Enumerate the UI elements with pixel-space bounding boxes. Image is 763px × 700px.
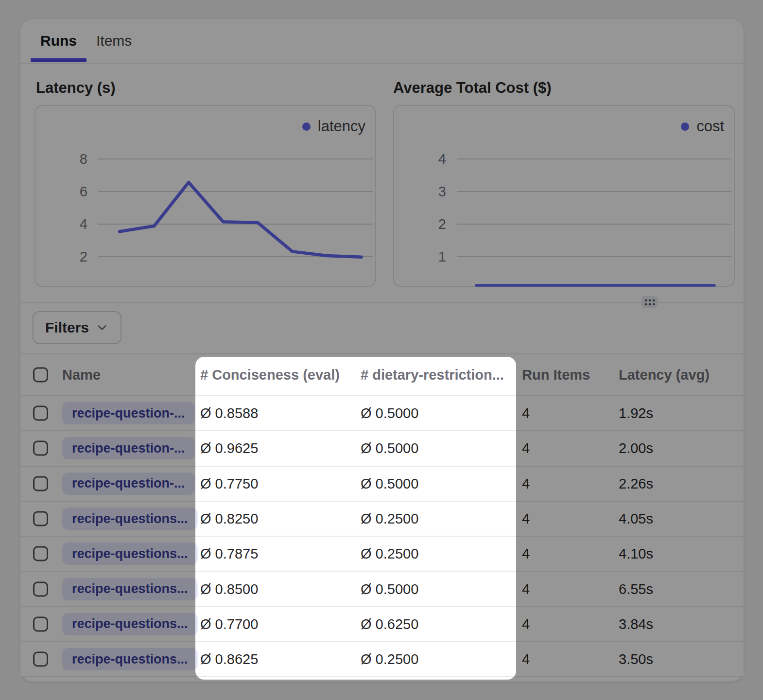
cost-legend-label: cost bbox=[696, 118, 724, 135]
run-name-badge[interactable]: recipe-questions... bbox=[62, 648, 198, 670]
dietary-value: Ø 0.5000 bbox=[361, 440, 418, 456]
latency-value: 4.10s bbox=[619, 546, 653, 562]
run-items-value: 4 bbox=[522, 440, 530, 456]
drag-handle[interactable] bbox=[642, 296, 658, 308]
column-header-run-items[interactable]: Run Items bbox=[522, 367, 590, 383]
run-name-badge[interactable]: recipe-question-... bbox=[62, 472, 195, 495]
table-row[interactable]: recipe-question-...Ø 0.9625Ø 0.500042.00… bbox=[20, 431, 744, 466]
row-checkbox[interactable] bbox=[33, 476, 48, 491]
row-checkbox[interactable] bbox=[33, 441, 48, 456]
cost-chart: 4321 cost bbox=[393, 105, 735, 287]
y-axis-tick-label: 4 bbox=[438, 151, 446, 167]
column-header-latency[interactable]: Latency (avg) bbox=[619, 367, 710, 383]
y-axis-tick-label: 1 bbox=[438, 249, 446, 264]
run-items-value: 4 bbox=[522, 511, 530, 527]
run-items-value: 4 bbox=[522, 616, 530, 632]
row-checkbox[interactable] bbox=[33, 511, 48, 526]
table-row[interactable]: recipe-question-...Ø 0.7750Ø 0.500042.26… bbox=[20, 467, 744, 502]
latency-chart: 8642 latency bbox=[35, 105, 376, 287]
run-items-value: 4 bbox=[522, 475, 530, 491]
page-background: Runs Items Latency (s) Average Total Cos… bbox=[0, 0, 763, 700]
conciseness-value: Ø 0.7875 bbox=[200, 546, 258, 562]
cost-chart-title: Average Total Cost ($) bbox=[393, 78, 552, 98]
select-all-checkbox[interactable] bbox=[33, 368, 48, 383]
filters-button[interactable]: Filters bbox=[33, 311, 121, 344]
dietary-value: Ø 0.2500 bbox=[361, 546, 418, 562]
conciseness-value: Ø 0.9625 bbox=[200, 440, 258, 456]
conciseness-value: Ø 0.8625 bbox=[200, 651, 258, 667]
tab-runs[interactable]: Runs bbox=[31, 19, 87, 63]
run-items-value: 4 bbox=[522, 405, 530, 421]
latency-value: 1.92s bbox=[619, 405, 653, 421]
y-axis-tick-label: 2 bbox=[438, 216, 446, 232]
conciseness-value: Ø 0.7700 bbox=[200, 616, 258, 632]
table-row[interactable]: recipe-questions...Ø 0.8250Ø 0.250044.05… bbox=[20, 502, 744, 537]
dietary-value: Ø 0.6250 bbox=[361, 616, 418, 632]
latency-legend-label: latency bbox=[318, 118, 365, 135]
y-axis-tick-label: 6 bbox=[80, 184, 87, 199]
y-axis-tick-label: 8 bbox=[80, 151, 87, 167]
row-checkbox[interactable] bbox=[33, 581, 48, 596]
run-items-value: 4 bbox=[522, 581, 530, 597]
table-row[interactable]: recipe-questions...Ø 0.8625Ø 0.250043.50… bbox=[20, 642, 744, 677]
y-axis-tick-label: 2 bbox=[80, 249, 87, 264]
dietary-value: Ø 0.5000 bbox=[361, 405, 418, 421]
tab-bar: Runs Items bbox=[31, 19, 141, 63]
dietary-value: Ø 0.5000 bbox=[361, 475, 418, 491]
latency-series-line bbox=[120, 182, 362, 257]
drag-handle-dots-icon bbox=[643, 298, 656, 307]
conciseness-value: Ø 0.8588 bbox=[200, 405, 258, 421]
latency-legend: latency bbox=[302, 118, 365, 135]
latency-value: 3.84s bbox=[619, 616, 653, 632]
latency-value: 4.05s bbox=[619, 511, 653, 527]
latency-legend-dot-icon bbox=[302, 122, 311, 131]
run-name-badge[interactable]: recipe-question-... bbox=[62, 437, 195, 459]
filters-button-label: Filters bbox=[45, 319, 89, 336]
dietary-value: Ø 0.2500 bbox=[361, 651, 418, 667]
conciseness-value: Ø 0.7750 bbox=[200, 475, 258, 491]
table-header-row: Name # Conciseness (eval) # dietary-rest… bbox=[20, 353, 744, 396]
latency-value: 2.26s bbox=[619, 475, 653, 491]
run-name-badge[interactable]: recipe-questions... bbox=[62, 542, 198, 565]
latency-value: 2.00s bbox=[619, 440, 653, 456]
dietary-value: Ø 0.5000 bbox=[361, 581, 418, 597]
y-axis-tick-label: 4 bbox=[80, 216, 87, 232]
row-checkbox[interactable] bbox=[33, 652, 48, 667]
conciseness-value: Ø 0.8250 bbox=[200, 511, 258, 527]
table-row[interactable]: recipe-question-...Ø 0.8588Ø 0.500041.92… bbox=[20, 396, 744, 431]
run-items-value: 4 bbox=[522, 546, 530, 562]
row-checkbox[interactable] bbox=[33, 546, 48, 561]
column-header-dietary[interactable]: # dietary-restriction... bbox=[361, 367, 504, 383]
table-row[interactable]: recipe-questions...Ø 0.7875Ø 0.250044.10… bbox=[20, 537, 744, 572]
row-checkbox[interactable] bbox=[33, 406, 48, 421]
table-body: recipe-question-...Ø 0.8588Ø 0.500041.92… bbox=[20, 396, 744, 677]
run-name-badge[interactable]: recipe-questions... bbox=[62, 578, 198, 600]
y-axis-tick-label: 3 bbox=[438, 184, 446, 199]
run-name-badge[interactable]: recipe-questions... bbox=[62, 508, 198, 530]
tabs-divider bbox=[20, 63, 744, 64]
run-name-badge[interactable]: recipe-question-... bbox=[62, 402, 195, 424]
row-checkbox[interactable] bbox=[33, 616, 48, 631]
cost-legend-dot-icon bbox=[681, 122, 689, 131]
latency-chart-title: Latency (s) bbox=[36, 78, 116, 98]
run-items-value: 4 bbox=[522, 651, 530, 667]
runs-panel-card: Runs Items Latency (s) Average Total Cos… bbox=[20, 19, 744, 682]
latency-value: 3.50s bbox=[619, 651, 653, 667]
panel-resize-divider bbox=[20, 302, 744, 303]
conciseness-value: Ø 0.8500 bbox=[200, 581, 258, 597]
tab-items[interactable]: Items bbox=[87, 19, 141, 63]
column-header-name[interactable]: Name bbox=[62, 367, 101, 383]
run-name-badge[interactable]: recipe-questions... bbox=[62, 613, 198, 635]
cost-legend: cost bbox=[681, 118, 724, 135]
dietary-value: Ø 0.2500 bbox=[361, 511, 418, 527]
chevron-down-icon bbox=[95, 321, 109, 334]
column-header-conciseness[interactable]: # Conciseness (eval) bbox=[200, 367, 340, 383]
table-row[interactable]: recipe-questions...Ø 0.8500Ø 0.500046.55… bbox=[20, 572, 744, 607]
latency-value: 6.55s bbox=[619, 581, 653, 597]
table-row[interactable]: recipe-questions...Ø 0.7700Ø 0.625043.84… bbox=[20, 607, 744, 642]
